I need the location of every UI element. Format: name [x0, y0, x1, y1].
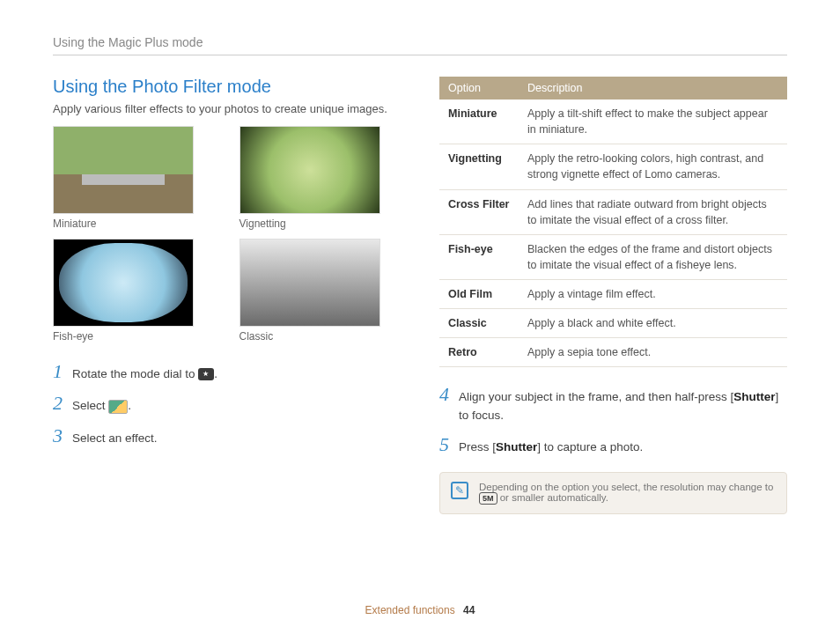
- option-name: Miniature: [439, 100, 519, 144]
- option-desc: Apply a black and white effect.: [519, 309, 787, 338]
- step-post: .: [214, 367, 217, 380]
- thumbnail-classic: Classic: [239, 239, 380, 343]
- step-text: Rotate the mode dial to .: [72, 365, 217, 383]
- step-5: 5 Press [Shutter] to capture a photo.: [439, 433, 787, 456]
- step-pre: Rotate the mode dial to: [72, 367, 198, 380]
- step-bold: Shutter: [733, 390, 775, 403]
- table-header-description: Description: [519, 77, 787, 100]
- table-row: Old FilmApply a vintage film effect.: [439, 280, 787, 309]
- mode-dial-icon: [198, 368, 214, 380]
- step-text: Select an effect.: [72, 430, 158, 447]
- step-post: .: [128, 399, 131, 412]
- thumbnail-image-vignetting: [239, 126, 380, 214]
- option-name: Classic: [439, 309, 519, 338]
- thumbnail-image-fisheye: [53, 239, 194, 327]
- option-name: Cross Filter: [439, 189, 519, 234]
- thumbnail-miniature: Miniature: [53, 126, 194, 230]
- table-row: Cross FilterAdd lines that radiate outwa…: [439, 189, 787, 234]
- note-post: or smaller automatically.: [497, 492, 608, 503]
- table-row: RetroApply a sepia tone effect.: [439, 338, 787, 367]
- step-text: Align your subject in the frame, and the…: [459, 388, 787, 424]
- step-pre: Press [: [459, 440, 496, 453]
- right-column: Option Description MiniatureApply a tilt…: [439, 77, 787, 514]
- step-text: Select .: [72, 397, 131, 415]
- step-post: ] to capture a photo.: [537, 440, 643, 453]
- table-row: VignettingApply the retro-looking colors…: [439, 144, 787, 189]
- filter-select-icon: [108, 400, 128, 414]
- thumbnail-image-classic: [239, 239, 380, 327]
- page-footer: Extended functions 44: [0, 604, 840, 616]
- thumbnail-image-miniature: [53, 126, 194, 214]
- step-text: Press [Shutter] to capture a photo.: [459, 439, 643, 456]
- step-pre: Align your subject in the frame, and the…: [459, 390, 733, 403]
- table-row: ClassicApply a black and white effect.: [439, 309, 787, 338]
- step-pre: Select: [72, 399, 108, 412]
- thumbnail-caption: Miniature: [53, 217, 194, 230]
- table-row: MiniatureApply a tilt-shift effect to ma…: [439, 100, 787, 144]
- step-number: 1: [53, 360, 72, 383]
- thumbnail-caption: Fish-eye: [53, 330, 194, 343]
- option-desc: Apply the retro-looking colors, high con…: [519, 144, 787, 189]
- note-box: ✎ Depending on the option you select, th…: [439, 472, 787, 514]
- step-number: 2: [53, 392, 72, 415]
- option-desc: Blacken the edges of the frame and disto…: [519, 234, 787, 279]
- left-column: Using the Photo Filter mode Apply variou…: [53, 77, 401, 514]
- step-4: 4 Align your subject in the frame, and t…: [439, 383, 787, 424]
- step-number: 3: [53, 424, 72, 447]
- step-bold: Shutter: [496, 440, 537, 453]
- option-desc: Apply a vintage film effect.: [519, 280, 787, 309]
- note-pre: Depending on the option you select, the …: [479, 482, 773, 492]
- note-icon: ✎: [451, 482, 468, 499]
- option-desc: Add lines that radiate outward from brig…: [519, 189, 787, 234]
- table-header-option: Option: [439, 77, 519, 100]
- step-number: 4: [439, 383, 459, 406]
- option-name: Fish-eye: [439, 234, 519, 279]
- page-number: 44: [463, 604, 475, 616]
- resolution-badge: 5M: [479, 492, 497, 505]
- footer-section: Extended functions: [365, 604, 455, 616]
- thumbnail-vignetting: Vignetting: [239, 126, 380, 230]
- step-3: 3 Select an effect.: [53, 424, 401, 447]
- option-desc: Apply a tilt-shift effect to make the su…: [519, 100, 787, 144]
- option-desc: Apply a sepia tone effect.: [519, 338, 787, 367]
- thumbnail-fisheye: Fish-eye: [53, 239, 194, 343]
- step-1: 1 Rotate the mode dial to .: [53, 360, 401, 383]
- section-title: Using the Photo Filter mode: [53, 77, 401, 97]
- table-row: Fish-eyeBlacken the edges of the frame a…: [439, 234, 787, 279]
- note-text: Depending on the option you select, the …: [479, 482, 776, 505]
- option-name: Old Film: [439, 280, 519, 309]
- content-columns: Using the Photo Filter mode Apply variou…: [53, 77, 787, 514]
- step-2: 2 Select .: [53, 392, 401, 415]
- steps-list-right: 4 Align your subject in the frame, and t…: [439, 383, 787, 456]
- thumbnail-caption: Classic: [239, 330, 380, 343]
- thumbnail-grid: Miniature Vignetting Fish-eye Classic: [53, 126, 401, 343]
- step-number: 5: [439, 433, 459, 456]
- page-header: Using the Magic Plus mode: [53, 35, 787, 55]
- option-name: Retro: [439, 338, 519, 367]
- section-description: Apply various filter effects to your pho…: [53, 102, 401, 115]
- steps-list-left: 1 Rotate the mode dial to . 2 Select . 3…: [53, 360, 401, 447]
- options-table: Option Description MiniatureApply a tilt…: [439, 77, 787, 367]
- option-name: Vignetting: [439, 144, 519, 189]
- thumbnail-caption: Vignetting: [239, 217, 380, 230]
